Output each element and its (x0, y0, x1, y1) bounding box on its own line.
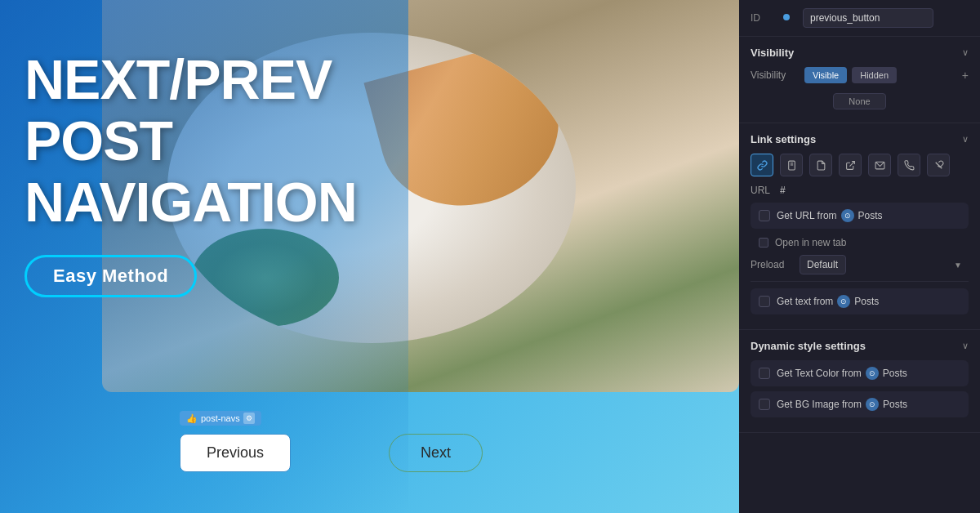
get-bg-image-text: Get BG Image from ⊙ Posts (777, 398, 907, 411)
title-line2: NAVIGATION (24, 171, 357, 233)
open-new-tab-checkbox[interactable] (759, 238, 768, 248)
none-button[interactable]: None (833, 93, 885, 109)
get-text-posts-icon: ⊙ (837, 295, 850, 308)
get-text-text: Get text from ⊙ Posts (777, 295, 879, 308)
get-text-color-row[interactable]: Get Text Color from ⊙ Posts (751, 360, 969, 386)
url-label: URL (751, 185, 773, 196)
svg-line-3 (849, 161, 854, 166)
preload-select[interactable]: Default (800, 255, 846, 274)
get-text-color-text: Get Text Color from ⊙ Posts (777, 367, 907, 380)
link-icon-custom[interactable] (927, 154, 950, 176)
easy-method-button[interactable]: Easy Method (24, 255, 197, 297)
visibility-row: Visibility Visible Hidden + (751, 67, 969, 83)
visible-button[interactable]: Visible (804, 67, 847, 83)
get-text-color-posts-label: Posts (883, 368, 907, 379)
url-row: URL # (751, 185, 969, 196)
dynamic-style-chevron[interactable]: ∨ (962, 341, 969, 351)
title-line1: NEXT/PREV POST (24, 48, 332, 172)
right-panel: ID Visibility ∨ Visibility Visible Hidde… (739, 0, 980, 513)
visibility-section: Visibility ∨ Visibility Visible Hidden +… (739, 37, 980, 123)
next-button[interactable]: Next (389, 434, 483, 472)
get-url-row[interactable]: Get URL from ⊙ Posts (751, 203, 969, 229)
link-icons-row (751, 154, 969, 176)
post-navs-container: 👍 post-navs ⚙ Previous (180, 434, 291, 472)
divider-1 (751, 281, 969, 282)
get-url-text: Get URL from ⊙ Posts (777, 209, 883, 222)
vis-none-row: None (751, 90, 969, 113)
get-bg-image-row[interactable]: Get BG Image from ⊙ Posts (751, 391, 969, 417)
open-new-tab-row: Open in new tab (751, 234, 969, 255)
open-new-tab-label: Open in new tab (775, 237, 846, 248)
get-text-color-label: Get Text Color from (777, 368, 862, 379)
get-text-label: Get text from (777, 296, 833, 307)
previous-button[interactable]: Previous (180, 434, 291, 472)
get-bg-image-label: Get BG Image from (777, 399, 862, 410)
post-navs-settings-icon[interactable]: ⚙ (243, 413, 255, 424)
link-settings-chevron[interactable]: ∨ (962, 134, 969, 145)
preload-row: Preload Default ▼ (751, 255, 969, 274)
id-row: ID (739, 0, 980, 37)
get-url-label: Get URL from (777, 210, 837, 221)
visibility-title: Visibility (751, 47, 794, 59)
get-text-row[interactable]: Get text from ⊙ Posts (751, 288, 969, 314)
post-navs-text: post-navs (201, 413, 240, 423)
preload-label: Preload (751, 259, 793, 270)
dynamic-style-section: Dynamic style settings ∨ Get Text Color … (739, 330, 980, 433)
get-text-color-checkbox[interactable] (759, 368, 770, 379)
main-title: NEXT/PREV POST NAVIGATION (24, 49, 449, 232)
visibility-header: Visibility ∨ (751, 47, 969, 59)
dynamic-style-title: Dynamic style settings (751, 340, 866, 352)
get-bg-image-checkbox[interactable] (759, 399, 770, 410)
link-icon-doc[interactable] (809, 154, 832, 176)
title-block: NEXT/PREV POST NAVIGATION Easy Method (24, 49, 449, 297)
visibility-chevron[interactable]: ∨ (962, 47, 969, 58)
left-panel: NEXT/PREV POST NAVIGATION Easy Method 👍 … (0, 0, 739, 513)
link-settings-title: Link settings (751, 133, 816, 145)
visibility-plus[interactable]: + (962, 69, 969, 82)
link-icon-phone[interactable] (898, 154, 920, 176)
get-text-posts-label: Posts (854, 296, 879, 307)
get-url-posts-icon: ⊙ (841, 209, 854, 222)
post-navs-icon: 👍 (186, 413, 198, 424)
svg-line-5 (935, 162, 942, 168)
post-navs-label: 👍 post-navs ⚙ (180, 411, 261, 426)
id-label: ID (751, 12, 770, 24)
get-text-checkbox[interactable] (759, 296, 770, 307)
get-bg-image-posts-icon: ⊙ (866, 398, 879, 411)
link-icon-email[interactable] (868, 154, 891, 176)
dynamic-style-header: Dynamic style settings ∨ (751, 340, 969, 352)
get-text-color-posts-icon: ⊙ (866, 367, 879, 380)
id-dot-wrapper (778, 14, 795, 22)
link-settings-header: Link settings ∨ (751, 133, 969, 145)
link-settings-section: Link settings ∨ (739, 123, 980, 330)
id-indicator-dot (783, 14, 790, 20)
vis-label: Visibility (751, 69, 800, 81)
hidden-button[interactable]: Hidden (852, 67, 897, 83)
link-icon-link[interactable] (751, 154, 773, 176)
id-input[interactable] (803, 8, 933, 28)
nav-buttons-area: 👍 post-navs ⚙ Previous Next (180, 434, 483, 472)
link-icon-external[interactable] (839, 154, 862, 176)
link-icon-page[interactable] (780, 154, 803, 176)
url-value: # (780, 185, 786, 196)
get-bg-image-posts-label: Posts (883, 399, 907, 410)
get-url-posts-label: Posts (858, 210, 883, 221)
get-url-checkbox[interactable] (759, 210, 770, 221)
